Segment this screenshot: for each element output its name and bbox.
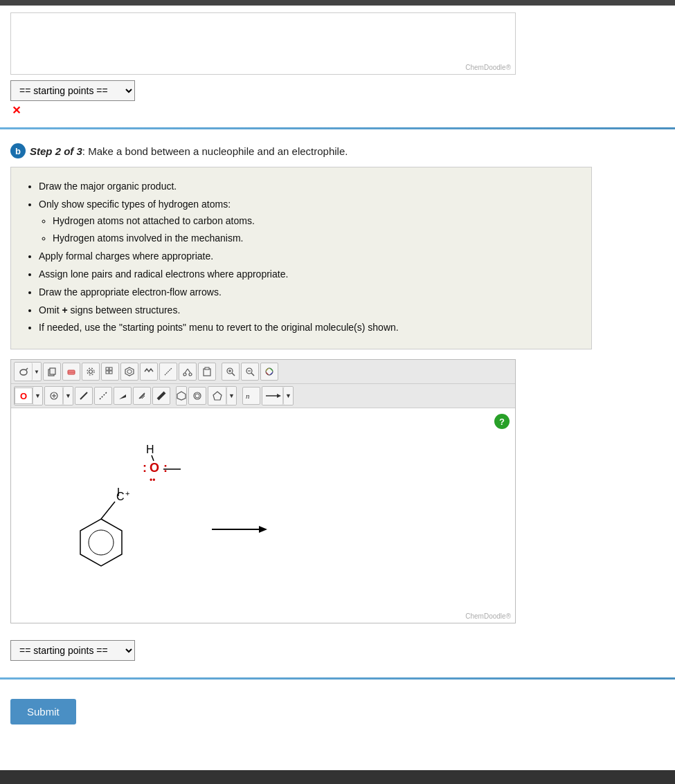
zoom-out-tool[interactable] (241, 363, 259, 381)
svg-line-51 (152, 455, 154, 461)
circle-ring-tool[interactable] (188, 387, 206, 405)
ring-dropdown[interactable]: ▼ (226, 387, 236, 405)
svg-marker-42 (213, 392, 222, 400)
arrow-tool[interactable] (262, 387, 283, 405)
molecule-svg: H : O : •• C (11, 408, 496, 616)
svg-text:O: O (150, 461, 159, 475)
bold-bond-tool[interactable] (152, 387, 170, 405)
svg-text:C: C (116, 491, 125, 502)
hex-ring-tool[interactable] (177, 387, 186, 405)
svg-point-54 (89, 530, 114, 555)
top-bar (0, 0, 675, 6)
hatch-bond-tool[interactable] (133, 387, 151, 405)
lasso-dropdown[interactable]: ▼ (33, 363, 41, 381)
copy-tool[interactable] (43, 363, 61, 381)
svg-text::: : (143, 461, 147, 475)
zoom-in-tool[interactable] (222, 363, 240, 381)
lasso-tool[interactable] (15, 363, 33, 381)
bottom-bar (0, 770, 675, 784)
instruction-4: Assign lone pairs and radical electrons … (39, 266, 577, 283)
color-tool[interactable] (260, 363, 278, 381)
instruction-7: If needed, use the "starting points" men… (39, 320, 577, 336)
svg-line-33 (100, 392, 107, 399)
svg-marker-39 (177, 392, 186, 400)
cut-tool[interactable] (179, 363, 197, 381)
dash-bond-tool[interactable] (94, 387, 112, 405)
submit-button[interactable]: Submit (10, 699, 76, 724)
svg-text:••: •• (150, 475, 155, 485)
svg-rect-11 (109, 371, 112, 374)
erase-tool[interactable] (62, 363, 80, 381)
section-top: ChemDoodle® == starting points == ✕ (0, 6, 675, 120)
svg-marker-34 (119, 394, 126, 399)
svg-line-14 (165, 368, 172, 375)
atom-label-group[interactable]: ▼ (14, 386, 43, 405)
instruction-5: Draw the appropriate electron-flow arrow… (39, 284, 577, 301)
chain-tool[interactable] (140, 363, 158, 381)
instructions-box: Draw the major organic product. Only sho… (10, 167, 592, 349)
svg-marker-45 (277, 394, 281, 398)
svg-marker-53 (80, 519, 122, 566)
sub-instruction-2: Hydrogen atoms involved in the mechanism… (53, 230, 577, 247)
svg-line-32 (80, 392, 87, 399)
instruction-2: Only show specific types of hydrogen ato… (39, 197, 577, 247)
section-bottom: == starting points == (0, 630, 675, 668)
hex-ring-group[interactable] (176, 386, 187, 405)
svg-point-41 (195, 394, 199, 398)
sub-instructions-list: Hydrogen atoms not attached to carbon at… (53, 213, 577, 248)
atom-label-input[interactable] (15, 388, 33, 404)
step-badge: b (10, 143, 26, 158)
svg-rect-9 (109, 367, 112, 370)
starting-points-select-bottom[interactable]: == starting points == (10, 640, 135, 661)
svg-line-38 (158, 392, 165, 399)
svg-text:H: H (146, 444, 154, 455)
svg-line-26 (251, 373, 254, 376)
canvas-area[interactable]: ? H : O : •• (11, 408, 515, 623)
svg-text:n: n (246, 392, 250, 400)
instruction-6: Omit + signs between structures. (39, 302, 577, 319)
lasso-tool-group[interactable]: ▼ (14, 362, 42, 381)
charge-tool[interactable] (45, 387, 63, 405)
single-bond-tool[interactable] (75, 387, 93, 405)
atom-tool[interactable] (101, 363, 119, 381)
x-mark: ✕ (12, 104, 665, 117)
arrow-tool-group[interactable]: ▼ (262, 386, 294, 405)
svg-rect-10 (106, 371, 109, 374)
pent-ring-tool[interactable] (208, 387, 226, 405)
template-tool[interactable] (120, 363, 138, 381)
pent-ring-group[interactable]: ▼ (208, 386, 237, 405)
step-header: b Step 2 of 3: Make a bond between a nuc… (10, 143, 665, 158)
settings-tool[interactable] (82, 363, 100, 381)
section-divider-top (0, 127, 675, 129)
svg-point-7 (87, 368, 94, 375)
starting-points-select-top[interactable]: == starting points == (10, 80, 135, 101)
charge-dropdown[interactable]: ▼ (63, 387, 73, 405)
svg-rect-3 (50, 368, 55, 374)
instruction-3: Apply formal charges where appropriate. (39, 248, 577, 265)
svg-line-1 (26, 368, 28, 370)
svg-marker-13 (127, 370, 132, 374)
polymer-tool[interactable]: n (242, 387, 260, 405)
svg-point-6 (89, 370, 93, 374)
svg-marker-12 (125, 367, 134, 376)
svg-text:+: + (125, 489, 129, 498)
plus-sign: + (62, 304, 67, 316)
paste-tool[interactable] (198, 363, 216, 381)
svg-line-22 (232, 373, 235, 376)
svg-rect-8 (106, 367, 109, 370)
wedge-bond-tool[interactable] (114, 387, 132, 405)
chemdoodle-watermark-bottom: ChemDoodle® (465, 612, 511, 620)
svg-rect-20 (205, 367, 209, 370)
svg-line-55 (101, 502, 115, 519)
help-button[interactable]: ? (494, 414, 510, 429)
chemdoodle-watermark-top: ChemDoodle® (465, 64, 511, 71)
svg-marker-60 (259, 526, 267, 533)
svg-line-17 (185, 369, 188, 373)
toolbar-row-1: ▼ (11, 360, 515, 384)
instructions-list: Draw the major organic product. Only sho… (39, 179, 577, 336)
atom-label-dropdown[interactable]: ▼ (33, 387, 42, 405)
snap-tool[interactable] (159, 363, 177, 381)
charge-tool-group[interactable]: ▼ (44, 386, 73, 405)
instruction-1: Draw the major organic product. (39, 179, 577, 195)
arrow-dropdown[interactable]: ▼ (283, 387, 293, 405)
